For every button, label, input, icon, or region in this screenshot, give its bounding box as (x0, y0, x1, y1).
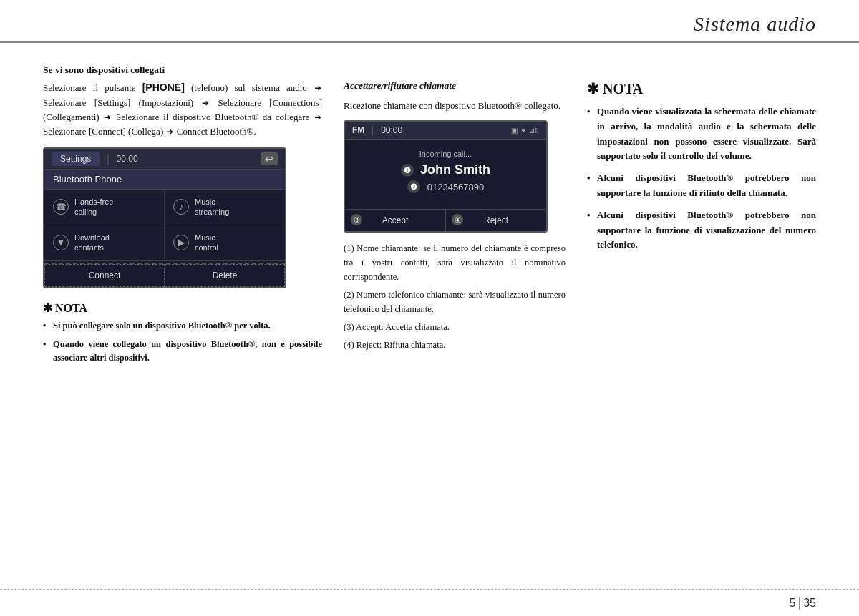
right-nota-item-2: Alcuni dispositivi Bluetooth® potrebbero… (587, 171, 816, 201)
middle-intro-text: Ricezione chiamate con dispositivo Bluet… (344, 99, 566, 113)
right-nota-item-1: Quando viene visualizzata la schermata d… (587, 104, 816, 164)
right-nota-item-3: Alcuni dispositivi Bluetooth® potrebbero… (587, 208, 816, 253)
phone-label: [PHONE] (142, 82, 185, 93)
main-content: Se vi sono dispositivi collegati Selezio… (0, 43, 859, 383)
right-nota-title: ✱ NOTA (587, 80, 816, 97)
settings-tab: Settings (52, 152, 100, 166)
menu-item-handsfree[interactable]: ☎ Hands-freecalling (44, 190, 165, 225)
middle-column: Accettare/rifiutare chiamate Ricezione c… (344, 64, 566, 369)
right-column: ✱ NOTA Quando viene visualizzata la sche… (587, 64, 816, 369)
right-nota-section: ✱ NOTA Quando viene visualizzata la sche… (587, 80, 816, 253)
call-desc-4: (4) Reject: Rifiuta chiamata. (344, 338, 566, 352)
right-nota-list: Quando viene visualizzata la schermata d… (587, 104, 816, 253)
screen-menu-grid: ☎ Hands-freecalling ♪ Musicstreaming ▼ D… (44, 190, 285, 261)
page-header: Sistema audio (0, 0, 859, 43)
caller-number-row: ❷ 01234567890 (356, 180, 535, 193)
call-screen-wrap: Accettare/rifiutare chiamate Ricezione c… (344, 80, 566, 352)
page-sub: 35 (803, 597, 816, 610)
call-screen: FM | 00:00 ▣ ✦ ⊿ll Incoming call... ❶ Jo… (344, 120, 548, 233)
screen-back-button[interactable]: ↩ (261, 152, 278, 165)
screen-separator: | (107, 152, 109, 165)
menu-item-download-contacts[interactable]: ▼ Downloadcontacts (44, 225, 165, 261)
music-control-icon: ▶ (173, 235, 189, 250)
handsfree-icon: ☎ (53, 199, 69, 215)
screen-time: 00:00 (117, 154, 138, 164)
settings-screen: Settings | 00:00 ↩ Bluetooth Phone ☎ Han… (43, 147, 286, 288)
call-time: 00:00 (381, 125, 402, 135)
incoming-call-label: Incoming call... (356, 150, 535, 158)
menu-item-music-control-label: Musiccontrol (195, 233, 218, 253)
left-body-text: Selezionare il pulsante [PHONE] (telefon… (43, 80, 322, 139)
screen-buttons: Connect Delete (44, 263, 285, 287)
call-desc-1: (1) Nome chiamante: se il numero del chi… (344, 241, 566, 284)
accept-button[interactable]: ③ Accept (345, 210, 446, 231)
call-status-icons: ▣ ✦ ⊿ll (511, 127, 539, 135)
delete-button[interactable]: Delete (165, 264, 285, 287)
page-footer: 5 | 35 (0, 589, 859, 616)
left-nota-item-1: Si può collegare solo un dispositivo Blu… (43, 319, 322, 333)
page-title: Sistema audio (694, 13, 816, 36)
caller-number: 01234567890 (427, 182, 485, 192)
accept-badge: ③ (351, 214, 362, 225)
menu-item-music-control[interactable]: ▶ Musiccontrol (165, 225, 285, 261)
menu-item-download-contacts-label: Downloadcontacts (74, 233, 110, 253)
left-nota-title: ✱ NOTA (43, 301, 322, 315)
left-nota-item-2: Quando viene collegato un dispositivo Bl… (43, 338, 322, 366)
page-number: 5 | 35 (790, 595, 816, 610)
download-contacts-icon: ▼ (53, 235, 69, 250)
call-fm-label: FM (352, 125, 364, 135)
left-nota-list: Si può collegare solo un dispositivo Blu… (43, 319, 322, 365)
left-section-heading: Se vi sono dispositivi collegati (43, 64, 322, 76)
page-chapter: 5 (790, 597, 796, 610)
left-nota-section: ✱ NOTA Si può collegare solo un disposit… (43, 301, 322, 365)
menu-item-handsfree-label: Hands-freecalling (74, 197, 113, 217)
screen-row-title: Bluetooth Phone (44, 170, 285, 190)
caller-number-badge: ❷ (407, 180, 420, 193)
screen-top-bar: Settings | 00:00 ↩ (44, 149, 285, 170)
connect-button[interactable]: Connect (44, 264, 165, 287)
call-desc-3: (3) Accept: Accetta chiamata. (344, 320, 566, 334)
menu-item-music-streaming-label: Musicstreaming (195, 197, 229, 217)
reject-badge: ④ (452, 214, 463, 225)
call-descriptions: (1) Nome chiamante: se il numero del chi… (344, 241, 566, 352)
caller-name-badge: ❶ (401, 164, 414, 177)
middle-section-title: Accettare/rifiutare chiamate (344, 80, 566, 92)
caller-name: ❶ John Smith (356, 162, 535, 177)
call-action-row: ③ Accept ④ Reject (345, 209, 546, 231)
call-body: Incoming call... ❶ John Smith ❷ 01234567… (345, 140, 546, 209)
reject-button[interactable]: ④ Reject (446, 210, 546, 231)
call-desc-2: (2) Numero telefonico chiamante: sarà vi… (344, 288, 566, 316)
call-top-bar: FM | 00:00 ▣ ✦ ⊿ll (345, 122, 546, 140)
menu-item-music-streaming[interactable]: ♪ Musicstreaming (165, 190, 285, 225)
music-streaming-icon: ♪ (173, 199, 189, 215)
left-column: Se vi sono dispositivi collegati Selezio… (43, 64, 322, 369)
